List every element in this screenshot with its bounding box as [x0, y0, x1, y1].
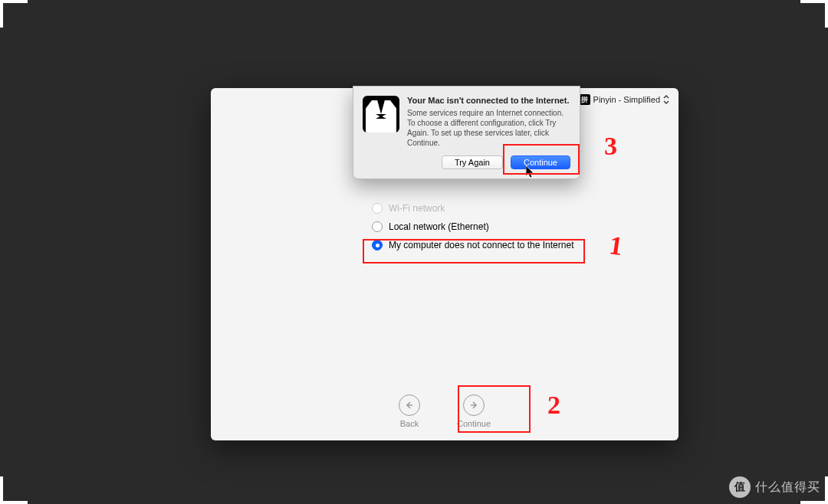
watermark: 值 什么值得买 — [729, 476, 820, 498]
ime-label: Pinyin - Simplified — [593, 95, 660, 104]
annotation-box-2 — [458, 385, 531, 433]
chevron-up-down-icon — [663, 95, 669, 104]
dialog-title: Your Mac isn't connected to the Internet… — [407, 96, 570, 105]
back-button[interactable]: Back — [399, 394, 420, 428]
radio-label: Local network (Ethernet) — [389, 221, 489, 232]
annotation-number-3: 3 — [604, 132, 617, 161]
input-method-indicator[interactable]: 拼 Pinyin - Simplified — [580, 94, 669, 105]
watermark-text: 什么值得买 — [755, 479, 820, 496]
arrow-left-icon — [399, 394, 420, 416]
try-again-button[interactable]: Try Again — [442, 155, 503, 169]
radio-button-icon — [372, 203, 383, 214]
ime-icon: 拼 — [580, 94, 590, 105]
dialog-body-text: Some services require an Internet connec… — [407, 108, 570, 148]
radio-label: Wi-Fi network — [389, 203, 445, 214]
back-label: Back — [400, 419, 419, 428]
setup-assistant-icon — [363, 96, 399, 133]
radio-button-icon — [372, 221, 383, 232]
watermark-badge-icon: 值 — [729, 476, 751, 498]
radio-local-network[interactable]: Local network (Ethernet) — [372, 221, 573, 232]
radio-wifi-network[interactable]: Wi-Fi network — [372, 203, 573, 214]
annotation-box-1 — [363, 239, 585, 263]
annotation-box-3 — [503, 144, 580, 175]
navigation-buttons: Back Continue — [211, 394, 678, 428]
annotation-number-2: 2 — [547, 391, 560, 420]
